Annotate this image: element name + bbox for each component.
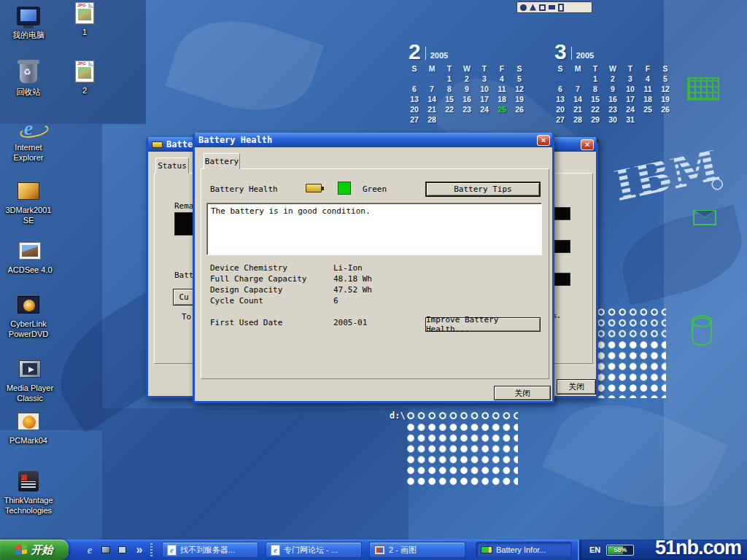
health-status-swatch bbox=[338, 182, 351, 195]
desktop-icon-thinkvantage[interactable]: ThinkVantage Technologies bbox=[0, 470, 57, 516]
quicklaunch-desktop-icon[interactable] bbox=[115, 542, 128, 557]
calendar-cell: 22 bbox=[587, 105, 604, 115]
task-button-paint[interactable]: 2 - 画图 bbox=[369, 542, 465, 558]
task-button-forum[interactable]: e 专门网论坛 - ... bbox=[266, 542, 362, 558]
watermark: 51nb.com bbox=[655, 537, 741, 559]
desktop-file-2[interactable]: 2 bbox=[58, 60, 111, 96]
note-icon bbox=[530, 4, 536, 11]
calendar-cell: 22 bbox=[441, 105, 458, 115]
calendar-cell: 1 bbox=[441, 74, 458, 85]
calendar-cell bbox=[657, 115, 674, 125]
task-button-battery[interactable]: Battery Infor... bbox=[476, 542, 572, 558]
desktop-icon-3dmark[interactable]: 3DMark2001 SE bbox=[0, 179, 57, 226]
desktop-icon-label: ACDSee 4.0 bbox=[7, 265, 52, 275]
calendar-cell: 23 bbox=[458, 105, 476, 115]
dialog-titlebar[interactable]: Battery Health × bbox=[195, 133, 552, 147]
powerdvd-icon bbox=[16, 293, 41, 316]
wallpaper-dots-ring bbox=[406, 411, 518, 421]
wallpaper-indicator-strip bbox=[516, 1, 592, 13]
task-label: 找不到服务器... bbox=[180, 545, 235, 556]
button-label: Battery Tips bbox=[454, 184, 511, 194]
calendar-cell: 19 bbox=[657, 95, 674, 105]
calendar-cell: F bbox=[493, 64, 511, 74]
custom-button[interactable]: Cu bbox=[173, 289, 195, 306]
ie-page-icon: e bbox=[167, 545, 177, 556]
calendar-cell: 10 bbox=[476, 85, 493, 95]
quicklaunch-chevron-icon[interactable]: » bbox=[133, 542, 146, 557]
close-icon[interactable]: × bbox=[581, 139, 594, 150]
task-label: 2 - 画图 bbox=[389, 545, 417, 556]
back-window-title: Batte bbox=[166, 139, 193, 149]
calendar-cell: 16 bbox=[458, 95, 476, 105]
desktop-icon-label: Internet Explorer bbox=[0, 142, 57, 163]
calendar-cell: S bbox=[657, 64, 674, 74]
close-icon[interactable]: × bbox=[537, 135, 550, 146]
field-value: Li-Ion bbox=[333, 263, 363, 273]
health-label: Battery Health bbox=[210, 184, 278, 194]
start-button[interactable]: 开始 bbox=[0, 540, 69, 560]
tab-battery[interactable]: Battery bbox=[204, 153, 240, 169]
calendar-cell: T bbox=[587, 64, 604, 74]
calendar-cell: 6 bbox=[551, 85, 569, 95]
desktop-icon-label: 2 bbox=[82, 85, 87, 96]
desktop-icon-powerdvd[interactable]: CyberLink PowerDVD bbox=[0, 293, 57, 340]
calendar-cell: 25 bbox=[493, 105, 511, 115]
battery-tips-button[interactable]: Battery Tips bbox=[425, 182, 541, 197]
calendar-cell: 15 bbox=[587, 95, 604, 105]
back-close-button[interactable]: 关闭 bbox=[557, 379, 596, 394]
battery-health-dialog[interactable]: Battery Health × Battery Battery Health … bbox=[193, 133, 554, 403]
tab-label: Battery bbox=[205, 157, 239, 166]
media-player-classic-icon bbox=[18, 357, 42, 381]
calendar-grid: SMTWTFS123456789101112131415161718192021… bbox=[406, 64, 531, 125]
calendar-cell bbox=[569, 74, 587, 85]
wallpaper-dots-ring bbox=[596, 307, 666, 340]
pcmark-icon bbox=[16, 410, 41, 433]
desktop-icon-internet-explorer[interactable]: e Internet Explorer bbox=[0, 117, 57, 163]
tray-battery-icon[interactable]: 58% bbox=[606, 545, 634, 556]
button-label: 关闭 bbox=[568, 381, 584, 392]
calendar-cell: 26 bbox=[657, 105, 674, 115]
calendar-cell: 11 bbox=[493, 85, 511, 95]
thinkvantage-icon bbox=[16, 470, 41, 493]
calendar-cell bbox=[441, 115, 458, 125]
calendar-cell: 24 bbox=[622, 105, 639, 115]
quicklaunch-media-icon[interactable] bbox=[99, 542, 112, 557]
desktop-icon-pcmark[interactable]: PCMark04 bbox=[0, 410, 57, 446]
calendar-cell: 11 bbox=[639, 85, 657, 95]
condition-textbox[interactable]: The battery is in good condition. bbox=[206, 203, 542, 255]
desktop-icon-acdsee[interactable]: ACDSee 4.0 bbox=[1, 239, 58, 275]
calendar-cell: 6 bbox=[406, 85, 423, 95]
calendar-cell: 14 bbox=[423, 95, 441, 105]
calendar-year: 2005 bbox=[430, 51, 448, 61]
calendar-cell: F bbox=[639, 64, 657, 74]
wallpaper-keyboard-icon bbox=[687, 77, 719, 101]
calendar-cell bbox=[639, 115, 657, 125]
calendar-separator bbox=[425, 47, 426, 60]
calendar-cell: 13 bbox=[406, 95, 423, 105]
task-button-server[interactable]: e 找不到服务器... bbox=[162, 542, 258, 558]
desktop-icon-recycle-bin[interactable]: 回收站 bbox=[0, 61, 57, 97]
tab-status[interactable]: Status bbox=[155, 158, 189, 174]
calendar-cell: 7 bbox=[423, 85, 441, 95]
desktop-icon-label: PCMark04 bbox=[9, 435, 47, 446]
calendar-cell: 20 bbox=[406, 105, 423, 115]
desktop-file-1[interactable]: 1 bbox=[58, 1, 111, 37]
calendar-cell: 2 bbox=[604, 74, 622, 85]
ibm-logo-text: IBM bbox=[609, 139, 724, 211]
improve-battery-health-button[interactable]: Improve Battery Health... bbox=[425, 317, 541, 332]
language-indicator[interactable]: EN bbox=[589, 545, 600, 554]
field-label: Cycle Count bbox=[210, 296, 263, 306]
calendar-cell: T bbox=[441, 64, 458, 74]
calendar-cell: 7 bbox=[569, 85, 587, 95]
calendar-cell: 18 bbox=[493, 95, 511, 105]
drive-label: d:\ bbox=[390, 411, 406, 421]
battery-gauge bbox=[554, 273, 570, 286]
quicklaunch-ie-icon[interactable]: e bbox=[83, 542, 96, 557]
calendar-year: 2005 bbox=[576, 51, 594, 61]
dialog-close-button[interactable]: 关闭 bbox=[494, 386, 551, 400]
desktop-icon-media-player-classic[interactable]: Media Player Classic bbox=[1, 357, 58, 404]
desktop-icon-my-computer[interactable]: 我的电脑 bbox=[0, 4, 57, 40]
acdsee-icon bbox=[18, 239, 42, 262]
calendar-cell: 27 bbox=[406, 115, 423, 125]
calendar-cell: 9 bbox=[604, 85, 622, 95]
